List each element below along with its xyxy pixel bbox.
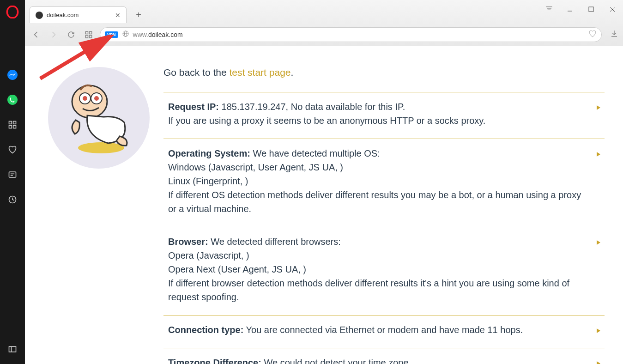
news-icon[interactable] <box>7 169 18 180</box>
back-button[interactable] <box>30 28 42 41</box>
section-line: We could not detect your time zone. <box>261 358 411 364</box>
opera-sidebar <box>0 0 25 364</box>
url-prefix: www. <box>133 31 148 38</box>
forward-button[interactable] <box>47 28 60 41</box>
logo-illustration <box>48 67 150 169</box>
page-content[interactable]: Go back to the test start page. Request … <box>25 46 623 364</box>
intro-prefix: Go back to the <box>163 67 229 78</box>
svg-point-34 <box>94 96 99 101</box>
close-button[interactable] <box>602 0 623 18</box>
svg-marker-39 <box>597 361 600 364</box>
easy-setup-icon[interactable] <box>544 4 554 15</box>
nav-bar: VPN www.doileak.com <box>30 27 618 42</box>
section-title: Browser: <box>168 237 208 247</box>
svg-point-32 <box>83 96 87 101</box>
svg-rect-11 <box>9 346 16 352</box>
svg-rect-4 <box>13 121 16 124</box>
section-line: Linux (Fingerprint, ) <box>168 176 248 186</box>
browser-tab[interactable]: doileak.com ✕ <box>30 6 127 23</box>
section-line: If different browser detection methods d… <box>168 278 569 302</box>
svg-rect-3 <box>9 121 12 124</box>
maximize-button[interactable] <box>581 0 602 18</box>
sidebar-toggle-icon[interactable] <box>7 344 18 355</box>
window-controls <box>559 0 623 18</box>
expand-icon[interactable] <box>595 357 602 364</box>
tab-title: doileak.com <box>47 12 111 18</box>
section-line: If different OS detection methods delive… <box>168 190 581 214</box>
section-title: Request IP: <box>168 102 219 112</box>
url-text: www.doileak.com <box>133 31 183 38</box>
vpn-badge[interactable]: VPN <box>105 31 118 38</box>
svg-marker-35 <box>597 105 600 110</box>
heart-sidebar-icon[interactable] <box>7 144 18 155</box>
section-browser: Browser: We detected different browsers:… <box>163 227 605 315</box>
svg-marker-36 <box>597 152 600 157</box>
expand-icon[interactable] <box>595 324 602 338</box>
section-line: 185.137.19.247, No data available for th… <box>219 102 405 112</box>
section-line: Windows (Javascript, User Agent, JS UA, … <box>168 162 343 172</box>
intro-text: Go back to the test start page. <box>163 67 605 78</box>
tab-bar: doileak.com ✕ + <box>30 6 147 23</box>
reload-button[interactable] <box>65 28 78 41</box>
svg-rect-23 <box>90 36 92 38</box>
url-host: doileak.com <box>148 31 183 38</box>
section-title: Connection type: <box>168 325 243 335</box>
svg-marker-38 <box>597 328 600 333</box>
globe-icon <box>122 30 129 39</box>
svg-rect-7 <box>9 172 16 177</box>
downloads-icon[interactable] <box>610 30 618 40</box>
svg-point-2 <box>7 95 18 105</box>
svg-rect-21 <box>90 31 92 34</box>
section-title: Timezone Difference: <box>168 358 261 364</box>
browser-chrome: doileak.com ✕ + VPN www.doileak.com <box>25 0 623 46</box>
speed-dial-icon[interactable] <box>7 119 18 130</box>
svg-point-0 <box>7 6 18 18</box>
svg-rect-6 <box>13 126 16 128</box>
expand-icon[interactable] <box>595 101 602 115</box>
section-line: If you are using a proxy it seems to be … <box>168 115 485 126</box>
section-line: Opera Next (User Agent, JS UA, ) <box>168 264 306 274</box>
section-line: You are connected via Ethernet or modem … <box>243 325 523 335</box>
section-line: Opera (Javascript, ) <box>168 250 249 261</box>
svg-rect-5 <box>9 126 12 128</box>
test-start-link[interactable]: test start page <box>229 67 290 78</box>
section-line: We detected different browsers: <box>208 237 341 247</box>
opera-logo[interactable] <box>6 6 19 18</box>
messenger-icon[interactable] <box>7 69 18 80</box>
tab-close-icon[interactable]: ✕ <box>115 12 121 19</box>
expand-icon[interactable] <box>595 236 602 249</box>
speed-dial-nav-icon[interactable] <box>82 28 95 41</box>
svg-point-29 <box>78 142 124 153</box>
svg-rect-22 <box>85 36 88 38</box>
bookmark-heart-icon[interactable] <box>588 30 597 40</box>
section-timezone: Timezone Difference: We could not detect… <box>163 348 605 364</box>
svg-marker-37 <box>597 240 600 245</box>
address-bar[interactable]: VPN www.doileak.com <box>100 27 602 42</box>
section-operating-system: Operating System: We have detected multi… <box>163 139 605 227</box>
tab-favicon-icon <box>36 12 43 19</box>
new-tab-button[interactable]: + <box>130 6 147 23</box>
section-title: Operating System: <box>168 148 250 158</box>
svg-rect-17 <box>589 7 593 12</box>
intro-suffix: . <box>291 67 294 78</box>
svg-rect-20 <box>85 31 88 34</box>
minimize-button[interactable] <box>559 0 581 18</box>
expand-icon[interactable] <box>595 147 602 161</box>
section-line: We have detected multiple OS: <box>250 148 380 158</box>
section-connection-type: Connection type: You are connected via E… <box>163 315 605 348</box>
section-request-ip: Request IP: 185.137.19.247, No data avai… <box>163 92 605 139</box>
whatsapp-icon[interactable] <box>7 94 18 105</box>
history-icon[interactable] <box>7 194 18 205</box>
